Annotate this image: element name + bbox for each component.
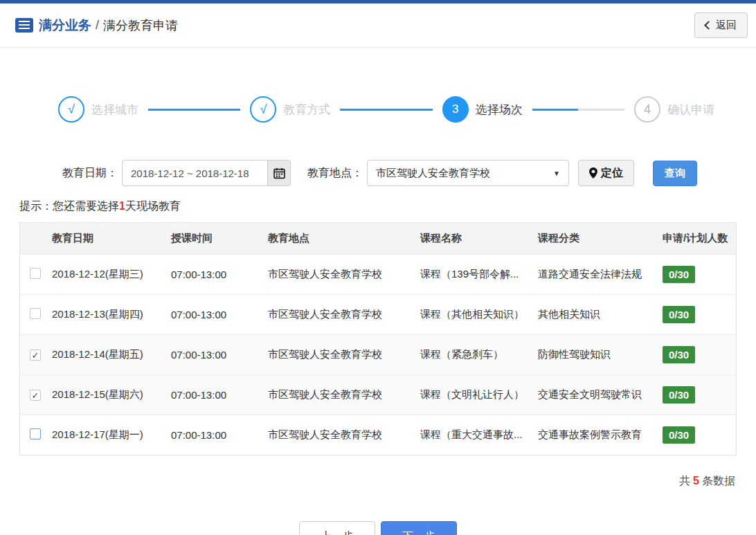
session-table: 教育日期 授课时间 教育地点 课程名称 课程分类 申请/计划人数 ✓ 2018-… (19, 222, 737, 455)
column-header-course: 课程名称 (415, 223, 532, 255)
table-row[interactable]: ✓ 2018-12-12(星期三) 07:00-13:00 市区驾驶人安全教育学… (20, 255, 736, 295)
record-count-number: 5 (693, 475, 699, 487)
table-row[interactable]: ✓ 2018-12-13(星期四) 07:00-13:00 市区驾驶人安全教育学… (20, 295, 736, 335)
filter-bar: 教育日期： 教育地点： 市区驾驶人安全教育学校 ▼ 定位 查询 (62, 160, 756, 186)
row-checkbox[interactable]: ✓ (30, 390, 41, 401)
breadcrumb-section: 满分业务 (39, 17, 91, 35)
column-header-capacity: 申请/计划人数 (657, 223, 736, 255)
location-select-value: 市区驾驶人安全教育学校 (376, 167, 490, 180)
step-education-mode: √ 教育方式 (250, 96, 330, 123)
cell-class-time: 07:00-13:00 (165, 375, 262, 415)
step-3-label: 选择场次 (476, 102, 523, 118)
previous-step-button[interactable]: 上一步 (299, 521, 375, 535)
capacity-badge: 0/30 (663, 426, 695, 444)
step-connector-2 (340, 109, 432, 111)
cell-course-category: 交通事故案例警示教育 (532, 415, 657, 455)
cell-class-time: 07:00-13:00 (165, 295, 262, 335)
cell-education-date: 2018-12-15(星期六) (46, 375, 165, 415)
table-body: ✓ 2018-12-12(星期三) 07:00-13:00 市区驾驶人安全教育学… (20, 255, 736, 455)
chevron-left-icon (704, 21, 713, 30)
header-checkbox-spacer (20, 223, 46, 255)
breadcrumb-separator: / (96, 18, 99, 33)
chevron-down-icon: ▼ (553, 170, 560, 177)
capacity-badge: 0/30 (663, 346, 695, 363)
step-connector-3 (532, 109, 624, 111)
stepper: √ 选择城市 √ 教育方式 3 选择场次 4 确认申请 (58, 96, 714, 123)
cell-course-name: 课程（紧急刹车） (415, 335, 532, 375)
step-select-session: 3 选择场次 (442, 96, 523, 123)
hint-text: 提示：您还需要选择1天现场教育 (19, 199, 756, 214)
step-1-check-icon: √ (58, 96, 84, 123)
column-header-date: 教育日期 (46, 223, 165, 255)
page-title: 满分教育申请 (103, 17, 178, 34)
cell-education-date: 2018-12-13(星期四) (46, 295, 165, 335)
capacity-badge: 0/30 (663, 266, 695, 283)
cell-course-category: 交通安全文明驾驶常识 (532, 375, 657, 415)
table-row[interactable]: ✓ 2018-12-14(星期五) 07:00-13:00 市区驾驶人安全教育学… (20, 335, 736, 375)
check-icon: ✓ (32, 391, 39, 400)
date-range-input[interactable] (122, 160, 267, 186)
calendar-icon[interactable] (267, 160, 291, 186)
back-button[interactable]: 返回 (694, 12, 748, 38)
cell-course-category: 道路交通安全法律法规 (532, 255, 657, 295)
cell-class-time: 07:00-13:00 (165, 415, 262, 455)
page-header: 满分业务 / 满分教育申请 返回 (0, 3, 756, 48)
cell-education-location: 市区驾驶人安全教育学校 (262, 375, 415, 415)
search-button[interactable]: 查询 (653, 161, 697, 186)
next-step-button[interactable]: 下一步 (381, 521, 457, 535)
cell-course-name: 课程（其他相关知识） (415, 295, 532, 335)
location-pin-icon (589, 167, 597, 179)
hint-days-remaining: 1 (119, 200, 125, 212)
locate-button[interactable]: 定位 (578, 160, 634, 186)
step-connector-1 (148, 109, 240, 111)
step-2-label: 教育方式 (283, 102, 330, 118)
cell-education-date: 2018-12-17(星期一) (46, 415, 165, 455)
cell-course-name: 课程（139号部令解... (415, 255, 532, 295)
step-2-check-icon: √ (250, 96, 276, 123)
record-count: 共5条数据 (0, 474, 735, 489)
cell-education-location: 市区驾驶人安全教育学校 (262, 295, 415, 335)
education-date-label: 教育日期： (62, 166, 118, 181)
cell-education-date: 2018-12-14(星期五) (46, 335, 165, 375)
step-4-number: 4 (634, 96, 660, 123)
step-select-city: √ 选择城市 (58, 96, 138, 123)
cell-class-time: 07:00-13:00 (165, 255, 262, 295)
location-select[interactable]: 市区驾驶人安全教育学校 ▼ (367, 160, 569, 186)
row-checkbox[interactable]: ✓ (30, 268, 41, 279)
column-header-location: 教育地点 (262, 223, 415, 255)
wizard-actions: 上一步 下一步 (0, 521, 756, 535)
capacity-badge: 0/30 (663, 306, 695, 323)
capacity-badge: 0/30 (663, 386, 695, 403)
cell-education-location: 市区驾驶人安全教育学校 (262, 335, 415, 375)
cell-course-category: 防御性驾驶知识 (532, 335, 657, 375)
check-icon: ✓ (32, 351, 39, 360)
row-checkbox[interactable]: ✓ (30, 308, 41, 319)
hint-prefix: 提示：您还需要选择 (19, 200, 119, 212)
cell-course-category: 其他相关知识 (532, 295, 657, 335)
step-confirm-apply: 4 确认申请 (634, 96, 714, 123)
row-checkbox[interactable]: ✓ (30, 350, 41, 361)
cell-education-date: 2018-12-12(星期三) (46, 255, 165, 295)
cell-course-name: 课程（文明礼让行人） (415, 375, 532, 415)
table-row[interactable]: ✓ 2018-12-17(星期一) 07:00-13:00 市区驾驶人安全教育学… (20, 415, 736, 455)
list-icon (15, 18, 33, 33)
row-checkbox[interactable]: ✓ (30, 428, 41, 439)
education-location-label: 教育地点： (307, 166, 363, 181)
back-button-label: 返回 (716, 19, 737, 32)
step-1-label: 选择城市 (91, 102, 138, 118)
table-header-row: 教育日期 授课时间 教育地点 课程名称 课程分类 申请/计划人数 (20, 223, 736, 255)
date-range-group (122, 160, 291, 186)
cell-education-location: 市区驾驶人安全教育学校 (262, 255, 415, 295)
column-header-time: 授课时间 (165, 223, 262, 255)
cell-class-time: 07:00-13:00 (165, 335, 262, 375)
locate-button-label: 定位 (601, 166, 623, 181)
step-3-number: 3 (442, 96, 469, 123)
table-row[interactable]: ✓ 2018-12-15(星期六) 07:00-13:00 市区驾驶人安全教育学… (20, 375, 736, 415)
hint-suffix: 天现场教育 (125, 200, 181, 212)
record-count-suffix: 条数据 (702, 475, 735, 487)
cell-course-name: 课程（重大交通事故... (415, 415, 532, 455)
step-4-label: 确认申请 (667, 102, 714, 118)
cell-education-location: 市区驾驶人安全教育学校 (262, 415, 415, 455)
column-header-category: 课程分类 (532, 223, 657, 255)
record-count-prefix: 共 (679, 475, 690, 487)
